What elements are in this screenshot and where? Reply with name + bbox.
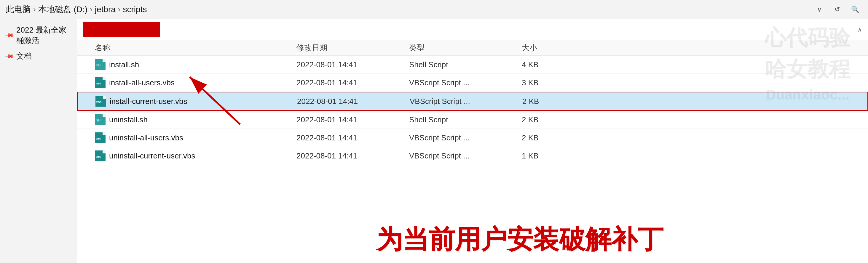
file-date-2: 2022-08-01 14:41 [297,78,409,87]
file-date-1: 2022-08-01 14:41 [297,60,409,69]
file-name-4: uninstall.sh [109,115,148,124]
breadcrumb-item-scripts[interactable]: scripts [123,5,147,14]
toolbar-row: ∧ [77,19,868,40]
file-type-2: VBScript Script ... [409,78,522,87]
svg-text:VBS: VBS [95,137,101,140]
file-icon-vbs-2: VBS [95,96,106,107]
file-size-4: 2 KB [522,115,581,124]
file-type-1: Shell Script [409,60,522,69]
file-row-install-all[interactable]: VBS install-all-users.vbs 2022-08-01 14:… [77,74,868,92]
svg-marker-10 [103,96,106,99]
file-row-install-current[interactable]: VBS install-current-user.vbs 2022-08-01 … [77,92,868,111]
col-modified-label: 修改日期 [297,43,327,53]
file-type-5: VBScript Script ... [409,133,522,142]
breadcrumb-sep-3: › [118,5,121,14]
breadcrumb-item-jetbra[interactable]: jetbra [95,5,116,14]
col-name-label: 名称 [95,43,110,53]
file-icon-sh-1: SH [95,59,105,70]
file-name-3: install-current-user.vbs [110,97,187,106]
col-header-size: 大小 [522,43,581,53]
refresh-button[interactable]: ↺ [830,2,844,17]
file-name-cell-1: SH install.sh [95,59,297,70]
file-rows: SH install.sh 2022-08-01 14:41 Shell Scr… [77,56,868,263]
col-header-type: 类型 [409,43,522,53]
file-row-uninstall-all[interactable]: VBS uninstall-all-users.vbs 2022-08-01 1… [77,129,868,147]
file-row-uninstall-sh[interactable]: SH uninstall.sh 2022-08-01 14:41 Shell S… [77,111,868,129]
content-area: 📌 2022 最新全家桶激活 📌 文档 ∧ 名称 修改日期 [0,19,868,263]
address-bar: 此电脑 › 本地磁盘 (D:) › jetbra › scripts ∨ ↺ 🔍 [0,0,868,19]
file-size-3: 2 KB [522,97,582,106]
col-size-label: 大小 [522,43,537,53]
file-date-4: 2022-08-01 14:41 [297,115,409,124]
file-size-1: 4 KB [522,60,581,69]
sidebar-item-1[interactable]: 📌 2022 最新全家桶激活 [0,23,77,48]
file-icon-vbs-3: VBS [95,132,105,143]
col-type-label: 类型 [409,43,425,53]
svg-text:SH: SH [96,64,100,67]
pin-icon-2: 📌 [4,51,15,61]
svg-marker-18 [102,132,105,135]
col-header-name: 名称 [95,43,297,53]
sidebar-label-2: 文档 [16,51,32,61]
file-name-cell-2: VBS install-all-users.vbs [95,77,297,88]
svg-text:VBS: VBS [95,155,101,158]
file-type-4: Shell Script [409,115,522,124]
file-size-6: 1 KB [522,151,581,161]
breadcrumb-sep-2: › [90,5,92,14]
main-container: 此电脑 › 本地磁盘 (D:) › jetbra › scripts ∨ ↺ 🔍… [0,0,868,263]
file-name-6: uninstall-current-user.vbs [109,151,195,161]
breadcrumb: 此电脑 › 本地磁盘 (D:) › jetbra › scripts [6,4,810,15]
sidebar-item-2[interactable]: 📌 文档 [0,48,77,64]
file-name-5: uninstall-all-users.vbs [109,133,183,142]
file-list-area: ∧ 名称 修改日期 类型 大小 [77,19,868,263]
svg-marker-2 [102,59,105,62]
file-name-cell-5: VBS uninstall-all-users.vbs [95,132,297,143]
file-name-cell-6: VBS uninstall-current-user.vbs [95,151,297,161]
file-type-3: VBScript Script ... [410,97,522,106]
svg-marker-22 [102,151,105,154]
file-icon-sh-2: SH [95,114,105,125]
pin-icon-1: 📌 [4,30,15,40]
file-name-2: install-all-users.vbs [109,78,175,87]
file-size-2: 3 KB [522,78,581,87]
red-toolbar-bar [83,22,160,37]
file-name-1: install.sh [109,60,139,69]
file-row-install-sh[interactable]: SH install.sh 2022-08-01 14:41 Shell Scr… [77,56,868,74]
breadcrumb-item-d[interactable]: 本地磁盘 (D:) [38,4,88,15]
svg-marker-6 [102,77,105,80]
sidebar: 📌 2022 最新全家桶激活 📌 文档 [0,19,77,263]
file-date-6: 2022-08-01 14:41 [297,151,409,161]
file-name-cell-3: VBS install-current-user.vbs [95,96,297,107]
file-icon-vbs-4: VBS [95,151,105,161]
file-date-5: 2022-08-01 14:41 [297,133,409,142]
svg-marker-14 [102,114,105,117]
breadcrumb-sep-1: › [33,5,36,14]
col-header-modified: 修改日期 [297,43,409,53]
file-name-cell-4: SH uninstall.sh [95,114,297,125]
dropdown-button[interactable]: ∨ [812,2,827,17]
sort-arrow: ∧ [858,26,862,33]
svg-text:VBS: VBS [96,101,102,104]
svg-text:SH: SH [96,119,100,122]
svg-text:VBS: VBS [95,82,101,85]
search-button[interactable]: 🔍 [848,2,862,17]
breadcrumb-item-pc[interactable]: 此电脑 [6,4,31,15]
file-row-uninstall-current[interactable]: VBS uninstall-current-user.vbs 2022-08-0… [77,147,868,165]
address-bar-actions: ∨ ↺ 🔍 [812,2,862,17]
sidebar-label-1: 2022 最新全家桶激活 [16,25,71,45]
file-size-5: 2 KB [522,133,581,142]
column-headers: 名称 修改日期 类型 大小 [77,40,868,56]
file-date-3: 2022-08-01 14:41 [297,97,410,106]
file-icon-vbs-1: VBS [95,77,105,88]
file-type-6: VBScript Script ... [409,151,522,161]
